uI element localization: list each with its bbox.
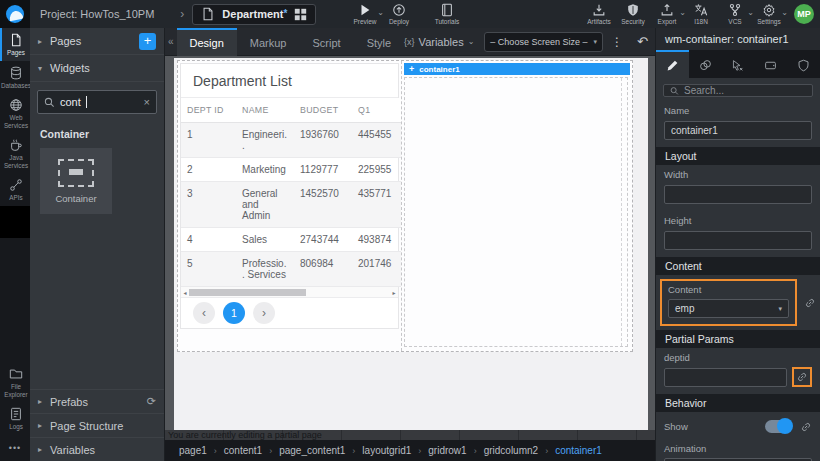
- deptid-bind-link-icon[interactable]: [796, 371, 808, 383]
- rail-more-button[interactable]: •••: [0, 435, 30, 461]
- rail-item-java-services[interactable]: Java Services: [0, 133, 30, 173]
- table-horizontal-scrollbar[interactable]: ◂ ▸: [181, 287, 398, 298]
- git-branch-icon: [728, 3, 742, 17]
- variables-menu-button[interactable]: {x} Variables ⌄: [404, 36, 474, 48]
- cell: 201746: [352, 252, 401, 287]
- breadcrumb-item-layoutgrid1[interactable]: layoutgrid1: [362, 445, 411, 456]
- table-row[interactable]: 5 Professio.. Services 806984 201746: [181, 252, 401, 287]
- cell: 1129777: [294, 158, 352, 182]
- page-structure-section-header[interactable]: ▸ Page Structure: [30, 413, 164, 437]
- rail-item-databases[interactable]: Databases: [0, 61, 30, 94]
- pagination-prev-button[interactable]: ‹: [193, 302, 215, 324]
- tab-security[interactable]: [787, 50, 820, 78]
- scroll-left-icon[interactable]: ◂: [181, 289, 189, 296]
- table-row[interactable]: 2 Marketing 1129777 225955: [181, 158, 401, 182]
- pages-section-header[interactable]: ▸ Pages +: [30, 28, 164, 55]
- properties-search-input[interactable]: [684, 85, 806, 96]
- rail-item-web-services[interactable]: Web Services: [0, 93, 30, 133]
- breadcrumb-item-gridcolumn2[interactable]: gridcolumn2: [484, 445, 538, 456]
- show-toggle[interactable]: [765, 420, 792, 433]
- device-icon: [764, 59, 777, 72]
- table-row[interactable]: 3 General and Admin 1452570 435771: [181, 182, 401, 228]
- grid-column-1[interactable]: Department List DEPT ID NAME BUDGET: [178, 61, 402, 351]
- breadcrumb-item-container1[interactable]: container1: [555, 445, 602, 456]
- height-field: Height: [656, 211, 820, 257]
- widget-search-input[interactable]: cont ×: [37, 90, 157, 114]
- tab-markup[interactable]: Markup: [237, 28, 300, 56]
- preview-button[interactable]: Preview ⌄: [348, 0, 382, 28]
- i18n-button[interactable]: I18N: [684, 0, 718, 28]
- breadcrumb-item-page1[interactable]: page1: [179, 445, 207, 456]
- vcs-button[interactable]: VCS ⌄: [718, 0, 752, 28]
- show-bind-link-icon[interactable]: [800, 421, 812, 433]
- screen-size-select[interactable]: – Choose Screen Size – ▾: [484, 32, 603, 52]
- section-layout[interactable]: Layout: [656, 147, 820, 165]
- pages-grid-icon[interactable]: [294, 8, 307, 21]
- pagination-page-1-button[interactable]: 1: [223, 302, 245, 324]
- tab-style[interactable]: Style: [354, 28, 404, 56]
- table-row[interactable]: 1 Engineeri.. 1936760 445455: [181, 123, 401, 158]
- selected-container-header[interactable]: + container1: [404, 63, 630, 75]
- user-avatar[interactable]: MP: [794, 4, 814, 24]
- content-select[interactable]: emp ▾: [668, 299, 789, 318]
- tab-styles[interactable]: [689, 50, 722, 78]
- variables-section-header[interactable]: ▸ Variables: [30, 437, 164, 461]
- tab-properties[interactable]: [656, 50, 689, 78]
- breadcrumb-item-page-content1[interactable]: page_content1: [279, 445, 345, 456]
- breadcrumb-separator: ›: [545, 446, 548, 456]
- tab-script[interactable]: Script: [300, 28, 354, 56]
- artifacts-button[interactable]: Artifacts: [582, 0, 616, 28]
- collapse-left-panel-button[interactable]: «: [165, 36, 177, 47]
- refresh-icon[interactable]: ⟳: [147, 395, 156, 408]
- col-header[interactable]: Q1: [352, 98, 401, 123]
- height-input[interactable]: [664, 231, 812, 250]
- name-input[interactable]: [664, 121, 812, 140]
- add-page-button[interactable]: +: [139, 33, 156, 50]
- partial-page[interactable]: Department List DEPT ID NAME BUDGET: [174, 58, 648, 430]
- scrollbar-thumb[interactable]: [189, 289, 306, 296]
- rail-item-file-explorer[interactable]: File Explorer: [0, 362, 30, 402]
- brand-logo[interactable]: [0, 0, 30, 28]
- pagination-next-button[interactable]: ›: [253, 302, 275, 324]
- deptid-field: deptid: [656, 348, 820, 394]
- col-header[interactable]: DEPT ID: [181, 98, 236, 123]
- deploy-button[interactable]: Deploy: [382, 0, 416, 28]
- tab-events[interactable]: [722, 50, 755, 78]
- layout-grid-row[interactable]: Department List DEPT ID NAME BUDGET: [177, 60, 633, 352]
- page-selector[interactable]: Department*: [192, 4, 316, 25]
- width-input[interactable]: [664, 185, 812, 204]
- col-header[interactable]: NAME: [236, 98, 294, 123]
- gear-icon: [762, 3, 776, 17]
- move-handle-icon[interactable]: +: [409, 64, 414, 74]
- content-bind-link-icon[interactable]: [804, 297, 816, 309]
- section-partial-params[interactable]: Partial Params: [656, 330, 820, 348]
- container1-widget[interactable]: [404, 77, 628, 347]
- more-options-button[interactable]: ⋮: [603, 35, 631, 49]
- department-table-widget[interactable]: Department List DEPT ID NAME BUDGET: [180, 63, 399, 329]
- properties-search[interactable]: [663, 84, 813, 97]
- rail-item-logs[interactable]: Logs: [0, 402, 30, 435]
- widgets-section-header[interactable]: ▾ Widgets: [30, 55, 164, 82]
- rail-item-apis[interactable]: APIs: [0, 173, 30, 206]
- tutorials-button[interactable]: Tutorials: [430, 0, 464, 28]
- tab-design[interactable]: Design: [177, 28, 237, 56]
- settings-button[interactable]: Settings ⌄: [752, 0, 786, 28]
- breadcrumb-item-gridrow1[interactable]: gridrow1: [428, 445, 466, 456]
- container-widget-tile[interactable]: Container: [40, 148, 112, 214]
- deptid-input[interactable]: [664, 368, 787, 387]
- prefabs-section-header[interactable]: ▸ Prefabs ⟳: [30, 389, 164, 413]
- table-row[interactable]: 4 Sales 2743744 493874: [181, 228, 401, 252]
- scroll-right-icon[interactable]: ▸: [390, 289, 398, 296]
- section-content[interactable]: Content: [656, 257, 820, 275]
- export-button[interactable]: Export ⌄: [650, 0, 684, 28]
- undo-button[interactable]: ↶: [631, 34, 654, 49]
- cell: 4: [181, 228, 236, 252]
- section-behavior[interactable]: Behavior: [656, 394, 820, 412]
- rail-item-pages[interactable]: Pages: [0, 28, 30, 61]
- security-button[interactable]: Security: [616, 0, 650, 28]
- breadcrumb-item-content1[interactable]: content1: [224, 445, 262, 456]
- tab-devices[interactable]: [754, 50, 787, 78]
- grid-column-2[interactable]: + container1: [402, 61, 632, 351]
- clear-search-icon[interactable]: ×: [144, 96, 150, 108]
- col-header[interactable]: BUDGET: [294, 98, 352, 123]
